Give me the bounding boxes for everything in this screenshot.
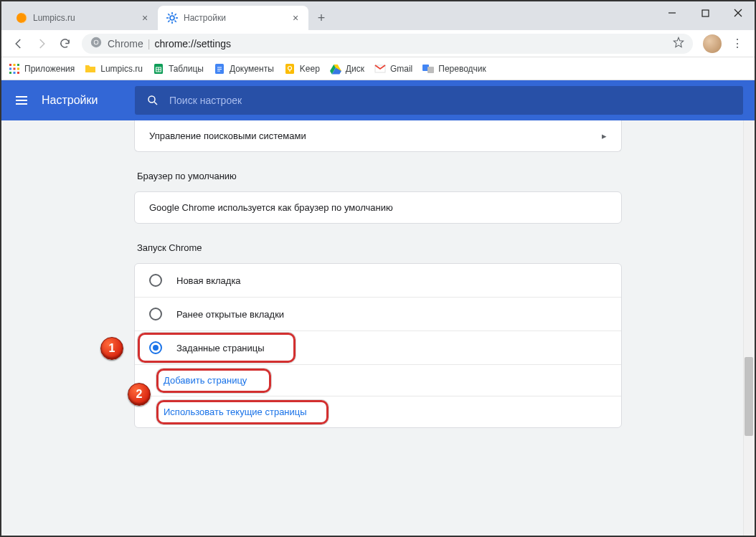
settings-search[interactable] (135, 86, 743, 115)
radio-label: Ранее открытые вкладки (176, 309, 284, 320)
radio-label: Новая вкладка (176, 275, 241, 286)
address-url: chrome://settings (154, 38, 231, 49)
bookmark-star-icon[interactable] (673, 37, 684, 51)
startup-option-newtab[interactable]: Новая вкладка (135, 264, 621, 297)
keep-icon (284, 63, 296, 75)
tab-settings[interactable]: Настройки × (158, 6, 308, 30)
minimize-button[interactable] (656, 1, 689, 24)
startup-option-continue[interactable]: Ранее открытые вкладки (135, 297, 621, 331)
use-current-row: Использовать текущие страницы (135, 396, 621, 427)
chrome-logo-icon (90, 37, 102, 51)
radio-icon (149, 274, 162, 287)
folder-icon (85, 63, 96, 75)
svg-rect-23 (9, 72, 11, 74)
add-page-row: Добавить страницу (135, 364, 621, 396)
svg-point-16 (95, 40, 98, 44)
svg-rect-22 (17, 67, 19, 70)
toolbar: Chrome | chrome://settings ⋮ (1, 30, 755, 57)
bookmark-label: Lumpics.ru (100, 64, 143, 74)
drive-icon (330, 63, 341, 75)
bookmark-label: Диск (346, 64, 364, 74)
lumpics-favicon (16, 12, 27, 24)
bookmark-label: Переводчик (438, 64, 486, 74)
scrollbar[interactable] (743, 120, 755, 536)
menu-button[interactable]: ⋮ (726, 32, 749, 55)
close-window-button[interactable] (722, 1, 755, 24)
row-label: Google Chrome используется как браузер п… (149, 202, 393, 213)
scrollbar-thumb[interactable] (745, 357, 753, 436)
bookmark-label: Таблицы (169, 64, 204, 74)
annotation-badge-2: 2 (128, 383, 151, 406)
svg-point-40 (148, 96, 155, 103)
tab-title: Lumpics.ru (33, 13, 139, 23)
svg-line-9 (175, 14, 176, 15)
browser-window: Lumpics.ru × Настройки × + Chrome | ch (0, 0, 756, 537)
window-controls (656, 1, 755, 30)
chevron-right-icon: ▸ (602, 130, 607, 141)
bookmark-label: Gmail (390, 64, 412, 74)
new-tab-button[interactable]: + (311, 8, 331, 28)
bookmark-lumpics[interactable]: Lumpics.ru (85, 63, 143, 75)
bookmark-label: Keep (300, 64, 320, 74)
default-browser-status-row: Google Chrome используется как браузер п… (135, 192, 621, 223)
svg-rect-18 (14, 64, 16, 66)
settings-header: Настройки (1, 80, 755, 120)
gmail-icon (374, 63, 386, 75)
menu-icon[interactable] (16, 96, 27, 105)
svg-line-6 (168, 14, 169, 15)
add-page-link[interactable]: Добавить страницу (164, 375, 247, 386)
apps-grid-icon (9, 63, 20, 75)
maximize-button[interactable] (689, 1, 722, 24)
manage-search-engines-row[interactable]: Управление поисковыми системами ▸ (135, 120, 621, 151)
settings-content[interactable]: Управление поисковыми системами ▸ Браузе… (1, 120, 755, 536)
bookmark-label: Приложения (24, 64, 75, 74)
radio-label: Заданные страницы (176, 343, 265, 353)
bookmark-drive[interactable]: Диск (330, 63, 364, 75)
svg-rect-17 (9, 64, 11, 66)
startup-option-specific[interactable]: Заданные страницы (135, 331, 621, 364)
settings-title: Настройки (42, 94, 98, 107)
back-button[interactable] (7, 32, 30, 55)
address-separator: | (148, 38, 151, 49)
address-scheme: Chrome (108, 38, 143, 49)
gear-icon (166, 12, 178, 24)
bookmarks-bar: Приложения Lumpics.ru Таблицы Документы … (1, 57, 755, 80)
use-current-link[interactable]: Использовать текущие страницы (164, 407, 307, 417)
translate-icon (422, 63, 434, 75)
svg-point-1 (170, 16, 174, 20)
svg-rect-25 (17, 72, 19, 74)
svg-line-8 (168, 21, 169, 22)
bookmark-gmail[interactable]: Gmail (374, 63, 412, 75)
startup-heading: Запуск Chrome (137, 242, 619, 253)
svg-line-7 (175, 21, 176, 22)
svg-rect-24 (14, 72, 16, 74)
apps-shortcut[interactable]: Приложения (9, 63, 75, 75)
bookmark-docs[interactable]: Документы (214, 63, 274, 75)
svg-rect-34 (285, 64, 294, 74)
bookmark-keep[interactable]: Keep (284, 63, 320, 75)
svg-rect-11 (702, 10, 709, 16)
address-bar[interactable]: Chrome | chrome://settings (82, 34, 693, 54)
bookmark-label: Документы (230, 64, 274, 74)
svg-rect-20 (9, 67, 11, 70)
bookmark-sheets[interactable]: Таблицы (153, 63, 204, 75)
tab-strip: Lumpics.ru × Настройки × + (1, 1, 755, 30)
tab-lumpics[interactable]: Lumpics.ru × (7, 6, 158, 30)
radio-icon (149, 308, 162, 320)
svg-rect-19 (17, 64, 19, 66)
row-label: Управление поисковыми системами (149, 130, 306, 141)
bookmark-translate[interactable]: Переводчик (422, 63, 486, 75)
close-icon[interactable]: × (290, 12, 301, 24)
svg-line-41 (154, 102, 157, 105)
forward-button[interactable] (30, 32, 53, 55)
close-icon[interactable]: × (139, 12, 151, 24)
svg-rect-21 (14, 67, 16, 70)
tab-title: Настройки (184, 13, 290, 23)
settings-search-input[interactable] (169, 95, 732, 106)
svg-rect-39 (427, 67, 434, 73)
annotation-badge-1: 1 (100, 337, 123, 360)
sheets-icon (153, 63, 164, 75)
profile-avatar[interactable] (703, 34, 722, 53)
docs-icon (214, 63, 225, 75)
reload-button[interactable] (53, 32, 76, 55)
